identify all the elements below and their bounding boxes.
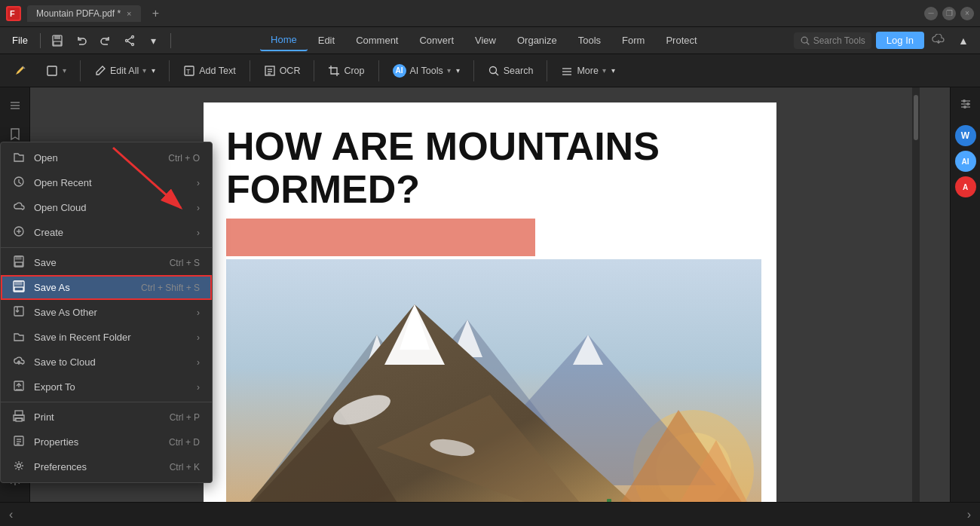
avatar-ai-red[interactable]: A bbox=[955, 176, 976, 197]
export-icon bbox=[13, 380, 25, 394]
save-as-icon bbox=[13, 280, 25, 295]
avatar-ai-blue-label: AI bbox=[962, 157, 969, 166]
tab-close-icon[interactable]: × bbox=[127, 9, 131, 18]
save-recent-folder-arrow: › bbox=[197, 332, 200, 343]
menu-item-save[interactable]: Save Ctrl + S bbox=[1, 250, 212, 275]
svg-line-21 bbox=[495, 72, 498, 75]
create-icon bbox=[13, 225, 25, 240]
print-shortcut: Ctrl + P bbox=[170, 412, 200, 423]
main-area: ? Open Ctrl + O Open Recent › Open Clou bbox=[0, 87, 980, 526]
share-button[interactable] bbox=[119, 30, 140, 51]
menu-item-save-as[interactable]: Save As Ctrl + Shift + S bbox=[1, 275, 212, 300]
menu-item-properties[interactable]: Properties Ctrl + D bbox=[1, 430, 212, 454]
menu-item-preferences[interactable]: Preferences Ctrl + K bbox=[1, 454, 212, 479]
ai-tools-button[interactable]: AI AI Tools ▾ bbox=[385, 60, 467, 81]
menu-item-save-cloud[interactable]: Save to Cloud › bbox=[1, 350, 212, 375]
menu-item-create[interactable]: Create › bbox=[1, 220, 212, 245]
tab-protect[interactable]: Protect bbox=[655, 30, 707, 50]
add-text-button[interactable]: T Add Text bbox=[176, 61, 243, 81]
dropdown-arrow-icon[interactable]: ▾ bbox=[143, 30, 164, 51]
menu-item-print[interactable]: Print Ctrl + P bbox=[1, 405, 212, 430]
svg-point-56 bbox=[17, 464, 21, 468]
shape-tool[interactable]: ▾ bbox=[38, 60, 74, 81]
more-button[interactable]: More ▾ bbox=[553, 61, 622, 81]
save-as-other-label: Save As Other bbox=[34, 307, 97, 318]
save-recent-folder-icon bbox=[13, 330, 25, 344]
menu-item-open-recent[interactable]: Open Recent › bbox=[1, 170, 212, 195]
collapse-button[interactable]: ▲ bbox=[953, 30, 974, 51]
tab-tools[interactable]: Tools bbox=[568, 30, 611, 50]
menu-item-save-as-other[interactable]: Save As Other › bbox=[1, 300, 212, 325]
search-label: Search bbox=[504, 66, 534, 76]
svg-text:T: T bbox=[186, 68, 191, 75]
tab-view[interactable]: View bbox=[464, 30, 507, 50]
save-cloud-arrow: › bbox=[197, 357, 200, 368]
toolbar-right-buttons: Search Tools Log In ▲ bbox=[794, 30, 974, 51]
right-sidebar: W AI A bbox=[950, 87, 980, 526]
undo-button[interactable] bbox=[71, 30, 92, 51]
tab-edit[interactable]: Edit bbox=[308, 30, 345, 50]
toolbar-row2: ▾ Edit All ▾ T Add Text OCR Crop AI AI T… bbox=[0, 54, 980, 87]
adjust-icon[interactable] bbox=[955, 93, 976, 115]
menu-item-open[interactable]: Open Ctrl + O bbox=[1, 145, 212, 170]
maximize-button[interactable]: ❐ bbox=[942, 7, 956, 20]
save-icon[interactable] bbox=[47, 30, 68, 51]
next-page-button[interactable]: › bbox=[967, 508, 971, 521]
menu-item-export[interactable]: Export To › bbox=[1, 375, 212, 399]
open-cloud-icon bbox=[13, 200, 25, 215]
open-recent-arrow: › bbox=[197, 178, 200, 188]
print-label: Print bbox=[34, 411, 54, 423]
search-button[interactable]: Search bbox=[480, 61, 541, 81]
document-tab[interactable]: Mountain PDFA.pdf * × bbox=[27, 5, 141, 22]
close-button[interactable]: × bbox=[960, 7, 974, 20]
pdf-title: HOW ARE MOUNTAINS FORMED? bbox=[204, 102, 776, 219]
mountain-svg bbox=[226, 259, 761, 517]
tab-form[interactable]: Form bbox=[611, 30, 655, 50]
tab-comment[interactable]: Comment bbox=[345, 30, 409, 50]
avatar-ai-blue[interactable]: AI bbox=[955, 151, 976, 172]
separator2 bbox=[170, 33, 171, 48]
svg-line-8 bbox=[127, 37, 131, 40]
minimize-button[interactable]: ─ bbox=[924, 7, 938, 20]
add-text-label: Add Text bbox=[199, 66, 235, 76]
tab-home[interactable]: Home bbox=[260, 29, 308, 51]
print-icon bbox=[13, 410, 25, 424]
save-as-label: Save As bbox=[34, 282, 70, 293]
tab-convert[interactable]: Convert bbox=[409, 30, 464, 50]
sidebar-nav-icon[interactable] bbox=[3, 93, 27, 118]
crop-button[interactable]: Crop bbox=[320, 61, 372, 81]
ocr-button[interactable]: OCR bbox=[256, 61, 308, 81]
tool-separator6 bbox=[473, 60, 474, 81]
search-tools-label: Search Tools bbox=[813, 35, 865, 46]
search-tools-area[interactable]: Search Tools bbox=[794, 32, 871, 49]
tab-organize[interactable]: Organize bbox=[507, 30, 568, 50]
svg-rect-39 bbox=[16, 256, 21, 259]
edit-all-button[interactable]: Edit All ▾ bbox=[87, 61, 163, 81]
tool-separator2 bbox=[169, 60, 170, 81]
avatar-w[interactable]: W bbox=[955, 125, 976, 146]
svg-rect-4 bbox=[54, 41, 61, 45]
menu-item-open-cloud[interactable]: Open Cloud › bbox=[1, 195, 212, 220]
title-bar-left: F Mountain PDFA.pdf * × + bbox=[6, 5, 924, 23]
highlight-tool[interactable] bbox=[6, 60, 35, 81]
nav-tabs: Home Edit Comment Convert View Organize … bbox=[177, 29, 791, 51]
redo-button[interactable] bbox=[95, 30, 116, 51]
crop-label: Crop bbox=[344, 66, 364, 76]
scrollbar-thumb[interactable] bbox=[914, 95, 918, 140]
open-label: Open bbox=[34, 152, 58, 164]
save-cloud-icon bbox=[13, 355, 25, 369]
file-menu-button[interactable]: File bbox=[6, 33, 34, 47]
login-button[interactable]: Log In bbox=[876, 32, 924, 49]
save-menu-icon bbox=[13, 255, 25, 270]
tab-title: Mountain PDFA.pdf * bbox=[36, 8, 121, 19]
scrollbar[interactable] bbox=[912, 87, 920, 526]
preferences-icon bbox=[13, 460, 25, 474]
menu-item-save-recent-folder[interactable]: Save in Recent Folder › bbox=[1, 325, 212, 350]
create-label: Create bbox=[34, 227, 63, 238]
svg-rect-44 bbox=[14, 307, 23, 316]
cloud-button[interactable] bbox=[929, 31, 948, 50]
prev-page-button[interactable]: ‹ bbox=[9, 508, 13, 521]
edit-all-label: Edit All bbox=[110, 66, 139, 76]
tab-add-button[interactable]: + bbox=[147, 5, 165, 23]
svg-rect-42 bbox=[15, 281, 22, 285]
